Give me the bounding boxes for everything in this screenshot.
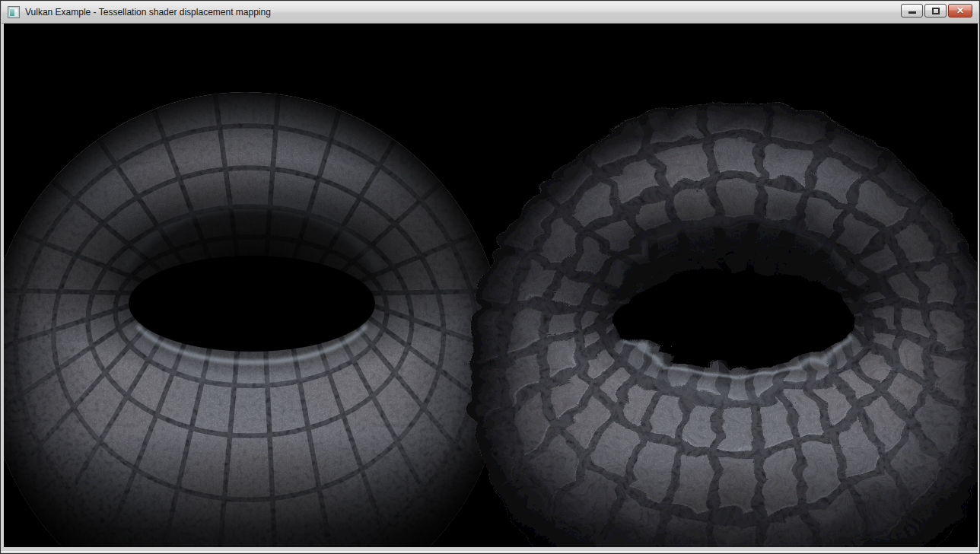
- window-title: Vulkan Example - Tessellation shader dis…: [25, 7, 271, 18]
- window-controls: ✕: [899, 4, 972, 18]
- close-button[interactable]: ✕: [948, 4, 972, 18]
- minimize-button[interactable]: [901, 4, 923, 18]
- render-viewport[interactable]: [4, 24, 978, 547]
- title-bar[interactable]: Vulkan Example - Tessellation shader dis…: [2, 2, 978, 24]
- app-window: Vulkan Example - Tessellation shader dis…: [0, 0, 980, 554]
- window-frame-bottom: [2, 551, 978, 552]
- maximize-button[interactable]: [924, 4, 947, 18]
- minimize-icon: [908, 11, 916, 14]
- maximize-icon: [932, 8, 940, 14]
- close-icon: ✕: [956, 6, 964, 15]
- app-icon[interactable]: [8, 6, 20, 18]
- scene-canvas: [4, 24, 978, 547]
